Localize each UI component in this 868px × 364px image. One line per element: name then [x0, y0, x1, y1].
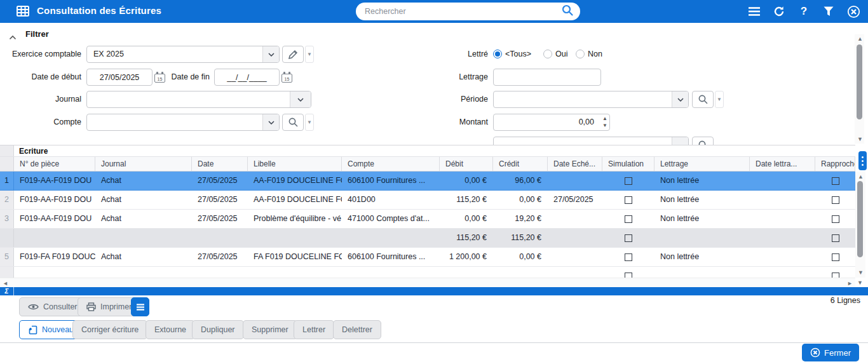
lettrer-button[interactable]: Lettrer	[294, 320, 334, 339]
column-header[interactable]: Compte	[342, 157, 440, 171]
column-header[interactable]: Date lettra...	[750, 157, 815, 171]
periode-select[interactable]	[493, 91, 689, 108]
cell-libelle: AA-F019 DOUCELINE FO	[248, 191, 342, 209]
rapproche-checkbox[interactable]	[832, 215, 839, 223]
scroll-right-icon[interactable]: ►	[847, 280, 853, 286]
column-header[interactable]: Journal	[95, 157, 192, 171]
date-debut-input[interactable]	[86, 69, 153, 86]
consulter-button[interactable]: Consulter	[19, 297, 86, 316]
cell-piece	[14, 267, 95, 278]
chevron-down-icon[interactable]	[262, 114, 279, 130]
scroll-down-icon[interactable]: ▼	[857, 280, 863, 286]
clipped-search-button[interactable]	[692, 137, 714, 145]
dupliquer-button[interactable]: Dupliquer	[192, 320, 244, 339]
table-row[interactable]: 3F019-AA-F019 DOUAchat27/05/2025Problème…	[0, 210, 855, 229]
refresh-icon[interactable]	[772, 4, 786, 18]
lettrage-input[interactable]	[493, 69, 601, 86]
column-header[interactable]: Simulation	[602, 157, 654, 171]
simulation-checkbox[interactable]	[625, 253, 632, 261]
chevron-down-icon[interactable]	[672, 91, 688, 107]
column-options-button[interactable]	[858, 151, 867, 170]
fermer-button[interactable]: Fermer	[802, 344, 859, 361]
simulation-checkbox[interactable]	[625, 196, 632, 204]
exercice-select[interactable]: EX 2025	[86, 46, 280, 63]
cell-lettrage: Non lettrée	[654, 191, 750, 209]
radio-oui[interactable]	[543, 50, 552, 58]
scrollbar-thumb[interactable]	[857, 44, 862, 119]
column-header[interactable]: Crédit	[493, 157, 548, 171]
table-row[interactable]	[0, 267, 855, 278]
journal-select[interactable]	[86, 91, 311, 108]
column-header[interactable]: Date Eché...	[548, 157, 602, 171]
clipped-filter-select[interactable]	[493, 137, 689, 145]
column-header[interactable]: Débit	[440, 157, 493, 171]
filter-scrollbar[interactable]: ▲ ▼	[855, 34, 864, 144]
rapproche-checkbox[interactable]	[832, 253, 839, 261]
scroll-up-icon[interactable]: ▲	[857, 36, 863, 42]
periode-search-button[interactable]	[692, 91, 714, 108]
compte-dropdown-arrow-icon[interactable]: ▼	[305, 114, 314, 131]
lettrage-label: Lettrage	[407, 69, 488, 86]
rapproche-checkbox[interactable]	[832, 273, 839, 278]
periode-dropdown-arrow-icon[interactable]: ▼	[715, 91, 724, 108]
chevron-down-icon[interactable]	[262, 46, 279, 62]
simulation-checkbox[interactable]	[625, 177, 632, 185]
table-hscrollbar[interactable]: ◄ ►	[0, 278, 855, 287]
close-icon[interactable]	[846, 4, 860, 18]
calendar-icon[interactable]: 15	[154, 72, 165, 83]
compte-search-button[interactable]	[282, 114, 304, 131]
column-header[interactable]: N° de pièce	[14, 157, 95, 171]
sigma-icon[interactable]: Σ	[0, 287, 14, 295]
menu-icon[interactable]	[747, 4, 761, 18]
column-header[interactable]: Libelle	[248, 157, 342, 171]
edit-pencil-button[interactable]	[282, 46, 304, 63]
chevron-down-icon[interactable]	[672, 137, 688, 145]
help-icon[interactable]: ?	[797, 4, 811, 18]
scroll-down-icon[interactable]: ▼	[857, 136, 863, 142]
chevron-down-icon[interactable]	[290, 91, 311, 107]
cell-journal: Achat	[95, 210, 192, 228]
calendar-icon[interactable]: 15	[281, 72, 292, 83]
filter-panel: Filtrer Exercice comptable EX 2025 ▼ Dat…	[0, 23, 868, 145]
rapproche-checkbox[interactable]	[832, 177, 839, 185]
corriger-ecriture-button[interactable]: Corriger écriture	[72, 320, 147, 339]
column-header[interactable]: Lettrage	[654, 157, 750, 171]
spin-up-icon[interactable]: ▲	[602, 116, 607, 121]
montant-stepper[interactable]: 0,00 ▲▼	[493, 114, 610, 131]
collapse-chevron-icon[interactable]	[9, 31, 17, 43]
search-icon[interactable]	[561, 4, 574, 19]
simulation-checkbox[interactable]	[625, 215, 632, 223]
cell-piece: F019-AA-F019 DOU	[14, 210, 95, 228]
table-row[interactable]: 115,20 €115,20 €	[0, 229, 855, 248]
simulation-checkbox[interactable]	[625, 234, 632, 242]
table-row[interactable]: 2F019-AA-F019 DOUAchat27/05/2025AA-F019 …	[0, 191, 855, 210]
table-vscrollbar[interactable]: ▲ ▼	[855, 172, 865, 278]
cell-debit: 0,00 €	[440, 172, 493, 190]
extourne-button[interactable]: Extourne	[146, 320, 195, 339]
compte-select[interactable]	[86, 114, 280, 131]
more-actions-button[interactable]	[131, 297, 149, 316]
edit-dropdown-arrow-icon[interactable]: ▼	[305, 46, 314, 63]
delettrer-button[interactable]: Delettrer	[333, 320, 381, 339]
scroll-down-icon[interactable]: ▼	[858, 269, 864, 276]
rapproche-checkbox[interactable]	[832, 196, 839, 204]
cell-date_echeance	[548, 267, 602, 278]
table-row[interactable]: 5F019-FA F019 DOUCAchat27/05/2025FA F019…	[0, 248, 855, 267]
scroll-up-icon[interactable]: ▲	[858, 173, 864, 180]
filter-icon[interactable]	[822, 4, 836, 18]
scrollbar-thumb[interactable]	[857, 181, 863, 257]
supprimer-button[interactable]: Supprimer	[243, 320, 297, 339]
table-row[interactable]: 1F019-AA-F019 DOUAchat27/05/2025AA-F019 …	[0, 172, 855, 191]
rapproche-checkbox[interactable]	[832, 234, 839, 242]
radio-non[interactable]	[576, 50, 585, 58]
cell-num: 3	[0, 210, 14, 228]
radio-tous[interactable]	[493, 50, 502, 58]
cell-credit: 19,20 €	[493, 210, 548, 228]
date-fin-input[interactable]	[214, 69, 280, 86]
simulation-checkbox[interactable]	[625, 273, 632, 278]
search-input[interactable]	[365, 7, 561, 16]
column-header[interactable]: Rapproché	[815, 157, 855, 171]
spin-down-icon[interactable]: ▼	[602, 123, 607, 128]
scroll-left-icon[interactable]: ◄	[3, 280, 8, 286]
column-header[interactable]: Date	[192, 157, 248, 171]
